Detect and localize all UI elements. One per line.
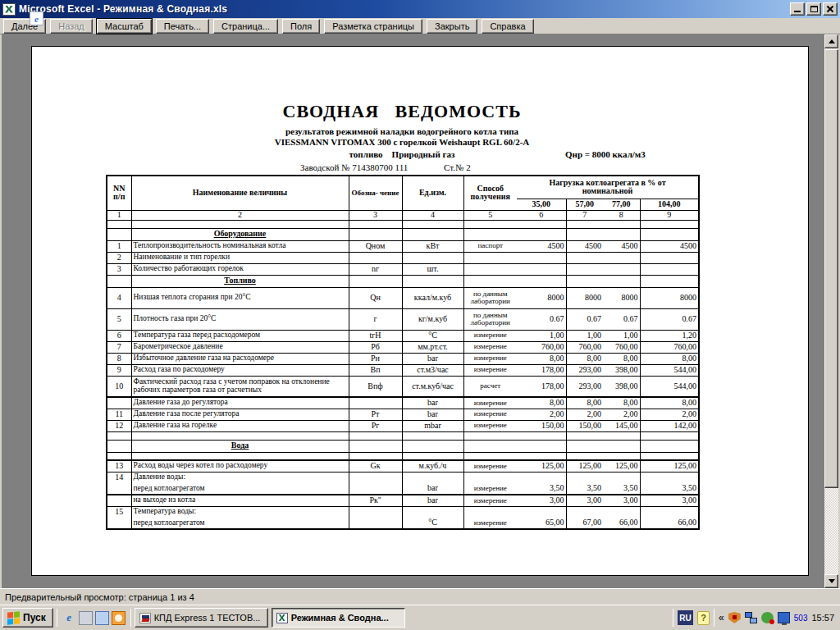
outlook-express-icon[interactable] (95, 611, 109, 625)
scrollbar-thumb[interactable] (824, 49, 838, 488)
table-cell (402, 440, 463, 452)
value-cell: 293,00 (566, 376, 603, 397)
parameter-name-cell: Количество работающих горелок (131, 263, 349, 275)
value-cell: 150,00 (566, 420, 603, 431)
value-cell: 1,20 (640, 330, 699, 341)
header-unit: Ед.изм. (402, 176, 463, 210)
quick-launch: e e (61, 611, 127, 625)
start-button[interactable]: Пуск (2, 608, 53, 628)
network-connection-icon[interactable] (745, 612, 757, 623)
value-cell: 8,00 (603, 397, 640, 409)
table-row: Вода (107, 440, 699, 452)
header-load-57: 57,00 (566, 199, 603, 210)
method-cell: измерение (463, 353, 517, 364)
symbol-cell (349, 397, 402, 409)
value-cell: 3,50 (640, 483, 699, 495)
value-cell: 3,50 (517, 483, 566, 495)
table-row: перед котлоагрегатомbarизмерение3,503,50… (107, 483, 699, 495)
section-title: Топливо (131, 275, 349, 287)
close-preview-button[interactable]: Закрыть (427, 19, 477, 34)
close-button[interactable] (823, 2, 838, 16)
minimize-button[interactable] (790, 2, 805, 16)
table-row: 4Низшая теплота сгорания при 20°СQнккал/… (107, 287, 699, 308)
unit-cell: bar (402, 397, 463, 409)
internet-explorer-icon[interactable]: e (62, 611, 76, 625)
scroll-down-button[interactable] (824, 574, 838, 588)
vertical-scrollbar[interactable] (824, 34, 838, 588)
document-subtitle-2: VIESSMANN VITOMAX 300 с горелкой Weishau… (106, 137, 698, 147)
security-alert-icon[interactable] (728, 612, 741, 623)
table-row: перед котлоагрегатом°Сизмерение65,0067,0… (107, 518, 699, 529)
table-row: 12Давление газа на горелкеPгmbarизмерени… (107, 420, 699, 431)
value-cell: 3,00 (566, 495, 603, 506)
language-indicator[interactable]: RU (678, 610, 693, 625)
value-cell: 3,00 (640, 495, 699, 506)
parameter-name-cell: Расход воды через котел по расходомеру (131, 460, 349, 472)
unit-cell: °С (402, 518, 463, 529)
row-number-cell: 9 (107, 364, 131, 376)
value-cell: 4500 (640, 240, 699, 252)
unit-cell (402, 472, 463, 483)
tray-chevron-icon[interactable]: « (719, 612, 724, 623)
task-button-kpd-express[interactable]: КПД Express 1 ТЕСТОВ... (135, 608, 268, 628)
header-symbol: Обозна- чение (349, 176, 402, 210)
restore-button[interactable] (806, 2, 821, 16)
help-button[interactable]: Справка (482, 19, 533, 34)
status-bar: Предварительный просмотр: страница 1 из … (0, 588, 840, 605)
scroll-up-button[interactable] (824, 34, 838, 48)
clock-app-icon[interactable] (112, 611, 126, 625)
lan-status-icon[interactable] (778, 612, 790, 623)
symbol-cell: Pк'' (349, 495, 402, 506)
header-load-35: 35,00 (517, 199, 566, 210)
value-cell: 125,00 (640, 460, 699, 472)
table-cell (107, 431, 131, 440)
page-break-preview-button[interactable]: Разметка страницы (324, 19, 422, 34)
window-title: Microsoft Excel - Режимная & Сводная.xls (19, 3, 788, 15)
unit-cell: кг/м.куб (402, 308, 463, 330)
help-tray-icon[interactable]: ? (697, 611, 710, 625)
tray-clock: 15:57 (811, 613, 834, 623)
section-title: Вода (131, 440, 349, 452)
start-label: Пуск (23, 612, 46, 623)
print-button[interactable]: Печать... (156, 19, 209, 34)
row-number-cell: 13 (107, 460, 131, 472)
table-cell (517, 220, 566, 228)
value-cell (603, 472, 640, 483)
header-load-group: Нагрузка котлоагрегата в % от номинально… (517, 176, 699, 199)
parameter-name-cell: Фактический расход газа с учетом поправо… (131, 376, 349, 397)
table-cell (107, 228, 131, 240)
value-cell: 4500 (517, 240, 566, 252)
table-cell (463, 228, 517, 240)
print-preview-area[interactable]: СВОДНАЯ ВЕДОМОСТЬ результатов режимной н… (2, 34, 838, 588)
table-cell (349, 440, 402, 452)
zoom-button[interactable]: Масштаб (97, 19, 152, 34)
table-row: 15Температура воды: (107, 506, 699, 518)
table-cell (566, 228, 603, 240)
value-cell (566, 252, 603, 263)
table-row: Оборудование (107, 228, 699, 240)
value-cell: 544,00 (640, 376, 699, 397)
kpd-express-icon (139, 613, 151, 623)
task-button-excel-active[interactable]: Режимная & Сводна... (272, 608, 405, 628)
symbol-cell (349, 252, 402, 263)
value-cell (517, 506, 566, 518)
value-cell: 398,00 (603, 364, 640, 376)
value-cell (640, 472, 699, 483)
calculator-icon[interactable] (79, 611, 93, 625)
method-cell: измерение (463, 364, 517, 376)
table-row (107, 452, 699, 460)
messenger-offline-icon[interactable] (761, 612, 774, 623)
table-cell (603, 228, 640, 240)
parameter-name-cell: Низшая теплота сгорания при 20°С (131, 287, 349, 308)
margins-button[interactable]: Поля (282, 19, 320, 34)
table-row: 6Температура газа перед расходомеромtгН°… (107, 330, 699, 341)
value-cell: 0.67 (566, 308, 603, 330)
value-cell: 3,00 (603, 495, 640, 506)
symbol-cell: nг (349, 263, 402, 275)
symbol-cell: Pи (349, 353, 402, 364)
ie-document-icon[interactable]: e (30, 11, 43, 25)
table-cell (131, 431, 349, 440)
page-setup-button[interactable]: Страница... (213, 19, 278, 34)
task-label: КПД Express 1 ТЕСТОВ... (154, 613, 261, 623)
preview-page[interactable]: СВОДНАЯ ВЕДОМОСТЬ результатов режимной н… (31, 46, 809, 576)
